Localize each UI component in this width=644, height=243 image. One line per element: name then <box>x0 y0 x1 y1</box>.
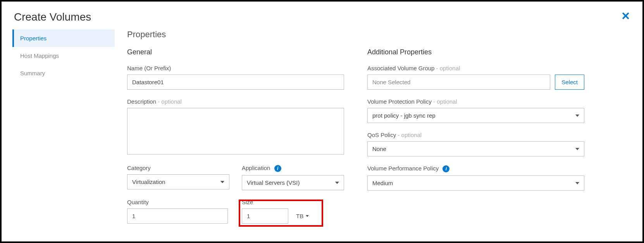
application-label: Application i <box>242 165 344 172</box>
chevron-down-icon <box>575 182 579 184</box>
description-label: Description - optional <box>127 98 344 105</box>
chevron-down-icon <box>575 115 579 117</box>
perf-select[interactable]: Medium <box>367 175 584 191</box>
application-select[interactable]: Virtual Servers (VSI) <box>242 175 344 190</box>
sidebar-item-host-mappings[interactable]: Host Mappings <box>12 47 115 64</box>
perf-label: Volume Performance Policy i <box>367 165 584 172</box>
info-icon[interactable]: i <box>443 165 449 172</box>
size-unit-select[interactable]: TB <box>296 213 309 219</box>
section-title: Properties <box>127 30 344 40</box>
vpp-label: Volume Protection Policy - optional <box>367 98 584 105</box>
quantity-label: Quantity <box>127 199 229 205</box>
category-select[interactable]: Virtualization <box>127 174 229 189</box>
name-label: Name (Or Prefix) <box>127 65 344 71</box>
general-title: General <box>127 48 344 56</box>
category-label: Category <box>127 165 229 171</box>
qos-label: QoS Policy - optional <box>367 132 584 138</box>
wizard-sidebar: Properties Host Mappings Summary <box>12 30 115 238</box>
additional-title: Additional Properties <box>367 48 584 56</box>
chevron-down-icon <box>335 182 339 184</box>
size-input[interactable] <box>242 208 288 224</box>
chevron-down-icon <box>575 148 579 150</box>
qos-select[interactable]: None <box>367 141 584 156</box>
chevron-down-icon <box>220 181 224 183</box>
description-input[interactable] <box>127 108 344 154</box>
chevron-down-icon <box>306 215 309 217</box>
avg-label: Associated Volume Group - optional <box>367 65 584 71</box>
sidebar-item-summary[interactable]: Summary <box>12 64 115 82</box>
avg-display: None Selected <box>367 75 550 90</box>
info-icon[interactable]: i <box>274 165 281 172</box>
close-icon[interactable]: ✕ <box>621 11 630 22</box>
vpp-select[interactable]: prot policy - jgb sync rep <box>367 108 584 123</box>
quantity-input[interactable] <box>127 208 228 224</box>
avg-select-button[interactable]: Select <box>555 75 584 90</box>
name-input[interactable] <box>127 75 344 90</box>
sidebar-item-properties[interactable]: Properties <box>12 30 115 47</box>
page-title: Create Volumes <box>14 11 91 23</box>
size-label: Size <box>242 199 344 205</box>
